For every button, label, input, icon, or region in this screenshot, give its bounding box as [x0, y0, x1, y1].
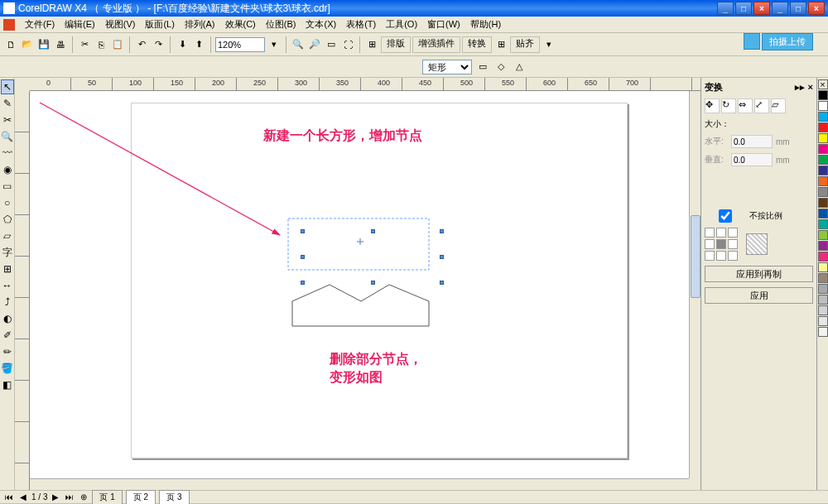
horizontal-input[interactable]: [731, 135, 773, 148]
export-icon[interactable]: ⬆: [191, 37, 206, 52]
zoom-dropdown-icon[interactable]: ▾: [267, 37, 282, 52]
menu-help[interactable]: 帮助(H): [465, 17, 506, 32]
shape-tool-icon[interactable]: ✎: [1, 96, 14, 111]
table-tool-icon[interactable]: ⊞: [1, 262, 14, 276]
menu-edit[interactable]: 编辑(E): [60, 17, 100, 32]
color-swatch[interactable]: [818, 252, 828, 262]
rectangle-tool-icon[interactable]: ▭: [1, 179, 14, 194]
polygon-tool-icon[interactable]: ⬠: [1, 212, 14, 227]
selection-handle[interactable]: [440, 255, 444, 259]
menu-view[interactable]: 视图(V): [100, 17, 141, 32]
ellipse-tool-icon[interactable]: ○: [1, 195, 14, 210]
doc-close-button[interactable]: ×: [808, 2, 825, 15]
keep-ratio-checkbox[interactable]: [705, 209, 746, 223]
print-icon[interactable]: 🖶: [53, 37, 68, 52]
color-swatch[interactable]: [818, 166, 828, 175]
color-swatch[interactable]: [818, 305, 828, 315]
apply-duplicate-button[interactable]: 应用到再制: [705, 266, 813, 282]
color-swatch[interactable]: [818, 133, 828, 143]
menu-effects[interactable]: 效果(C): [220, 17, 261, 32]
zoom-page-icon[interactable]: ▭: [324, 37, 339, 52]
page-tab-3[interactable]: 页 3: [159, 490, 189, 504]
maximize-button[interactable]: □: [735, 2, 752, 15]
color-swatch[interactable]: [818, 112, 828, 122]
color-swatch[interactable]: [818, 101, 828, 111]
anchor-grid[interactable]: [705, 228, 738, 261]
color-swatch[interactable]: [818, 273, 828, 283]
interactive-fill-icon[interactable]: ◧: [1, 377, 14, 392]
text-tool-icon[interactable]: 字: [1, 245, 14, 260]
selection-handle[interactable]: [371, 281, 375, 285]
fill-tool-icon[interactable]: 🪣: [1, 361, 14, 376]
camera-icon[interactable]: [744, 33, 760, 50]
menu-file[interactable]: 文件(F): [20, 17, 60, 32]
undo-icon[interactable]: ↶: [134, 37, 149, 52]
zoom-input[interactable]: [215, 37, 265, 52]
doc-maximize-button[interactable]: □: [790, 2, 806, 15]
page-tab-1[interactable]: 页 1: [92, 490, 122, 504]
prop-icon-1[interactable]: ▭: [475, 60, 490, 74]
next-page-icon[interactable]: ▶: [51, 492, 60, 502]
blend-tool-icon[interactable]: ◐: [1, 311, 14, 326]
no-color-swatch[interactable]: ×: [818, 79, 828, 89]
zoom-fit-icon[interactable]: ⛶: [340, 37, 355, 52]
snap-icon[interactable]: ⊞: [364, 37, 379, 52]
selection-handle[interactable]: [371, 229, 375, 233]
save-icon[interactable]: 💾: [36, 37, 51, 52]
grid-icon[interactable]: ⊞: [493, 37, 508, 52]
paste-icon[interactable]: 📋: [110, 37, 125, 52]
freehand-tool-icon[interactable]: 〰: [1, 146, 14, 161]
color-swatch[interactable]: [818, 295, 828, 305]
prop-icon-3[interactable]: △: [512, 60, 527, 74]
size-icon[interactable]: ⤢: [754, 98, 769, 113]
docker-close-icon[interactable]: ×: [808, 82, 813, 93]
pick-tool-icon[interactable]: ↖: [1, 79, 14, 94]
convert-button[interactable]: 转换: [462, 36, 492, 53]
color-swatch[interactable]: [818, 327, 828, 337]
page[interactable]: [131, 103, 628, 458]
selection-handle[interactable]: [301, 255, 305, 259]
redo-icon[interactable]: ↷: [151, 37, 166, 52]
scrollbar-horizontal[interactable]: [30, 478, 689, 490]
snap-button[interactable]: 贴齐: [510, 36, 540, 53]
last-page-icon[interactable]: ⏭: [64, 492, 75, 502]
scrollbar-vertical[interactable]: [689, 91, 700, 478]
crop-tool-icon[interactable]: ✂: [1, 113, 14, 127]
zoom-out-icon[interactable]: 🔎: [307, 37, 322, 52]
menu-bitmap[interactable]: 位图(B): [261, 17, 301, 32]
selection-handle[interactable]: [440, 229, 444, 233]
selection-handle[interactable]: [301, 229, 305, 233]
vertical-input[interactable]: [731, 153, 773, 166]
menu-text[interactable]: 文本(X): [301, 17, 341, 32]
minimize-button[interactable]: _: [717, 2, 734, 15]
prev-page-icon[interactable]: ◀: [18, 492, 28, 502]
import-icon[interactable]: ⬇: [175, 37, 190, 52]
canvas-area[interactable]: 0 50 100 150 200 250 300 350 400 450 500…: [15, 78, 700, 490]
apply-button[interactable]: 应用: [705, 287, 813, 304]
skew-icon[interactable]: ▱: [771, 98, 786, 113]
color-swatch[interactable]: [818, 122, 828, 132]
color-swatch[interactable]: [818, 284, 828, 294]
prop-icon-2[interactable]: ◇: [493, 60, 508, 74]
doc-minimize-button[interactable]: _: [772, 2, 788, 15]
open-icon[interactable]: 📂: [20, 37, 35, 52]
color-swatch[interactable]: [818, 262, 828, 272]
new-icon[interactable]: 🗋: [3, 37, 18, 52]
color-swatch[interactable]: [818, 219, 828, 229]
color-swatch[interactable]: [818, 241, 828, 251]
shape-select[interactable]: 矩形: [422, 60, 472, 74]
plugin-button[interactable]: 增强插件: [412, 36, 460, 53]
zoom-in-icon[interactable]: 🔍: [291, 37, 306, 52]
color-swatch[interactable]: [818, 90, 828, 100]
menu-window[interactable]: 窗口(W): [422, 17, 465, 32]
color-swatch[interactable]: [818, 316, 828, 326]
cut-icon[interactable]: ✂: [77, 37, 92, 52]
color-swatch[interactable]: [818, 187, 828, 197]
color-swatch[interactable]: [818, 230, 828, 240]
scrollbar-thumb[interactable]: [691, 215, 700, 298]
color-swatch[interactable]: [818, 144, 828, 154]
menu-table[interactable]: 表格(T): [341, 17, 381, 32]
copy-icon[interactable]: ⎘: [94, 37, 108, 52]
rotate-icon[interactable]: ↻: [721, 98, 736, 113]
connector-tool-icon[interactable]: ⤴: [1, 295, 14, 310]
